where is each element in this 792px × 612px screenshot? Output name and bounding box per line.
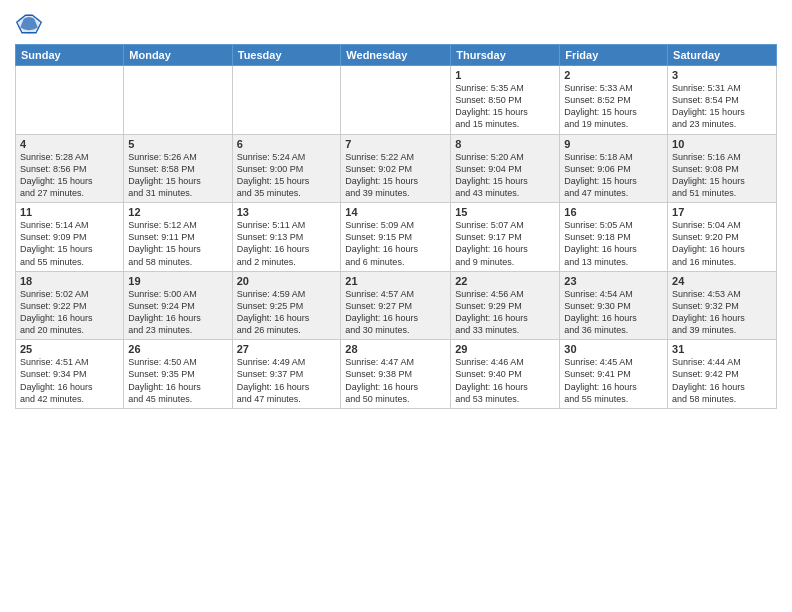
calendar-cell: 8Sunrise: 5:20 AM Sunset: 9:04 PM Daylig…	[451, 134, 560, 203]
calendar-cell: 4Sunrise: 5:28 AM Sunset: 8:56 PM Daylig…	[16, 134, 124, 203]
day-info: Sunrise: 5:00 AM Sunset: 9:24 PM Dayligh…	[128, 288, 227, 337]
day-info: Sunrise: 5:22 AM Sunset: 9:02 PM Dayligh…	[345, 151, 446, 200]
day-info: Sunrise: 5:07 AM Sunset: 9:17 PM Dayligh…	[455, 219, 555, 268]
day-number: 11	[20, 206, 119, 218]
day-info: Sunrise: 5:02 AM Sunset: 9:22 PM Dayligh…	[20, 288, 119, 337]
calendar-week-2: 4Sunrise: 5:28 AM Sunset: 8:56 PM Daylig…	[16, 134, 777, 203]
calendar-header-row: SundayMondayTuesdayWednesdayThursdayFrid…	[16, 45, 777, 66]
day-info: Sunrise: 4:51 AM Sunset: 9:34 PM Dayligh…	[20, 356, 119, 405]
calendar-cell: 11Sunrise: 5:14 AM Sunset: 9:09 PM Dayli…	[16, 203, 124, 272]
calendar-cell	[232, 66, 341, 135]
day-info: Sunrise: 5:24 AM Sunset: 9:00 PM Dayligh…	[237, 151, 337, 200]
calendar-cell: 18Sunrise: 5:02 AM Sunset: 9:22 PM Dayli…	[16, 271, 124, 340]
calendar-cell: 3Sunrise: 5:31 AM Sunset: 8:54 PM Daylig…	[668, 66, 777, 135]
day-number: 27	[237, 343, 337, 355]
calendar-cell: 27Sunrise: 4:49 AM Sunset: 9:37 PM Dayli…	[232, 340, 341, 409]
day-info: Sunrise: 4:53 AM Sunset: 9:32 PM Dayligh…	[672, 288, 772, 337]
day-number: 30	[564, 343, 663, 355]
calendar-cell: 19Sunrise: 5:00 AM Sunset: 9:24 PM Dayli…	[124, 271, 232, 340]
day-info: Sunrise: 5:26 AM Sunset: 8:58 PM Dayligh…	[128, 151, 227, 200]
day-header-thursday: Thursday	[451, 45, 560, 66]
calendar: SundayMondayTuesdayWednesdayThursdayFrid…	[15, 44, 777, 409]
day-number: 13	[237, 206, 337, 218]
calendar-week-3: 11Sunrise: 5:14 AM Sunset: 9:09 PM Dayli…	[16, 203, 777, 272]
day-number: 17	[672, 206, 772, 218]
day-number: 14	[345, 206, 446, 218]
day-info: Sunrise: 5:31 AM Sunset: 8:54 PM Dayligh…	[672, 82, 772, 131]
calendar-cell: 12Sunrise: 5:12 AM Sunset: 9:11 PM Dayli…	[124, 203, 232, 272]
day-number: 25	[20, 343, 119, 355]
calendar-cell: 17Sunrise: 5:04 AM Sunset: 9:20 PM Dayli…	[668, 203, 777, 272]
calendar-cell: 26Sunrise: 4:50 AM Sunset: 9:35 PM Dayli…	[124, 340, 232, 409]
day-number: 18	[20, 275, 119, 287]
logo-icon	[15, 10, 43, 38]
day-number: 28	[345, 343, 446, 355]
day-info: Sunrise: 4:54 AM Sunset: 9:30 PM Dayligh…	[564, 288, 663, 337]
calendar-cell	[16, 66, 124, 135]
calendar-cell: 23Sunrise: 4:54 AM Sunset: 9:30 PM Dayli…	[560, 271, 668, 340]
day-info: Sunrise: 4:45 AM Sunset: 9:41 PM Dayligh…	[564, 356, 663, 405]
day-info: Sunrise: 5:12 AM Sunset: 9:11 PM Dayligh…	[128, 219, 227, 268]
day-info: Sunrise: 5:33 AM Sunset: 8:52 PM Dayligh…	[564, 82, 663, 131]
day-header-tuesday: Tuesday	[232, 45, 341, 66]
day-info: Sunrise: 4:56 AM Sunset: 9:29 PM Dayligh…	[455, 288, 555, 337]
calendar-cell: 31Sunrise: 4:44 AM Sunset: 9:42 PM Dayli…	[668, 340, 777, 409]
day-number: 9	[564, 138, 663, 150]
calendar-cell: 20Sunrise: 4:59 AM Sunset: 9:25 PM Dayli…	[232, 271, 341, 340]
day-header-monday: Monday	[124, 45, 232, 66]
day-number: 4	[20, 138, 119, 150]
day-number: 15	[455, 206, 555, 218]
day-info: Sunrise: 4:46 AM Sunset: 9:40 PM Dayligh…	[455, 356, 555, 405]
calendar-week-4: 18Sunrise: 5:02 AM Sunset: 9:22 PM Dayli…	[16, 271, 777, 340]
calendar-cell: 13Sunrise: 5:11 AM Sunset: 9:13 PM Dayli…	[232, 203, 341, 272]
day-header-friday: Friday	[560, 45, 668, 66]
calendar-cell: 21Sunrise: 4:57 AM Sunset: 9:27 PM Dayli…	[341, 271, 451, 340]
header	[15, 10, 777, 38]
day-info: Sunrise: 4:57 AM Sunset: 9:27 PM Dayligh…	[345, 288, 446, 337]
calendar-cell: 2Sunrise: 5:33 AM Sunset: 8:52 PM Daylig…	[560, 66, 668, 135]
day-info: Sunrise: 5:09 AM Sunset: 9:15 PM Dayligh…	[345, 219, 446, 268]
calendar-week-1: 1Sunrise: 5:35 AM Sunset: 8:50 PM Daylig…	[16, 66, 777, 135]
day-number: 19	[128, 275, 227, 287]
day-number: 6	[237, 138, 337, 150]
calendar-cell: 22Sunrise: 4:56 AM Sunset: 9:29 PM Dayli…	[451, 271, 560, 340]
day-info: Sunrise: 5:35 AM Sunset: 8:50 PM Dayligh…	[455, 82, 555, 131]
day-info: Sunrise: 5:18 AM Sunset: 9:06 PM Dayligh…	[564, 151, 663, 200]
calendar-cell: 5Sunrise: 5:26 AM Sunset: 8:58 PM Daylig…	[124, 134, 232, 203]
calendar-cell: 6Sunrise: 5:24 AM Sunset: 9:00 PM Daylig…	[232, 134, 341, 203]
day-number: 21	[345, 275, 446, 287]
page: SundayMondayTuesdayWednesdayThursdayFrid…	[0, 0, 792, 612]
logo	[15, 10, 47, 38]
calendar-cell: 14Sunrise: 5:09 AM Sunset: 9:15 PM Dayli…	[341, 203, 451, 272]
day-header-saturday: Saturday	[668, 45, 777, 66]
calendar-cell: 9Sunrise: 5:18 AM Sunset: 9:06 PM Daylig…	[560, 134, 668, 203]
day-info: Sunrise: 5:11 AM Sunset: 9:13 PM Dayligh…	[237, 219, 337, 268]
day-number: 24	[672, 275, 772, 287]
day-header-wednesday: Wednesday	[341, 45, 451, 66]
day-number: 8	[455, 138, 555, 150]
day-number: 29	[455, 343, 555, 355]
calendar-cell: 7Sunrise: 5:22 AM Sunset: 9:02 PM Daylig…	[341, 134, 451, 203]
day-number: 2	[564, 69, 663, 81]
day-number: 5	[128, 138, 227, 150]
calendar-cell: 28Sunrise: 4:47 AM Sunset: 9:38 PM Dayli…	[341, 340, 451, 409]
day-number: 26	[128, 343, 227, 355]
day-number: 23	[564, 275, 663, 287]
day-info: Sunrise: 4:50 AM Sunset: 9:35 PM Dayligh…	[128, 356, 227, 405]
calendar-cell: 24Sunrise: 4:53 AM Sunset: 9:32 PM Dayli…	[668, 271, 777, 340]
day-info: Sunrise: 5:14 AM Sunset: 9:09 PM Dayligh…	[20, 219, 119, 268]
calendar-cell: 1Sunrise: 5:35 AM Sunset: 8:50 PM Daylig…	[451, 66, 560, 135]
day-info: Sunrise: 4:47 AM Sunset: 9:38 PM Dayligh…	[345, 356, 446, 405]
calendar-cell	[124, 66, 232, 135]
day-info: Sunrise: 4:59 AM Sunset: 9:25 PM Dayligh…	[237, 288, 337, 337]
day-info: Sunrise: 5:16 AM Sunset: 9:08 PM Dayligh…	[672, 151, 772, 200]
day-number: 3	[672, 69, 772, 81]
day-number: 20	[237, 275, 337, 287]
day-number: 22	[455, 275, 555, 287]
day-info: Sunrise: 5:05 AM Sunset: 9:18 PM Dayligh…	[564, 219, 663, 268]
day-info: Sunrise: 5:04 AM Sunset: 9:20 PM Dayligh…	[672, 219, 772, 268]
day-number: 7	[345, 138, 446, 150]
calendar-cell: 16Sunrise: 5:05 AM Sunset: 9:18 PM Dayli…	[560, 203, 668, 272]
calendar-cell	[341, 66, 451, 135]
calendar-cell: 10Sunrise: 5:16 AM Sunset: 9:08 PM Dayli…	[668, 134, 777, 203]
